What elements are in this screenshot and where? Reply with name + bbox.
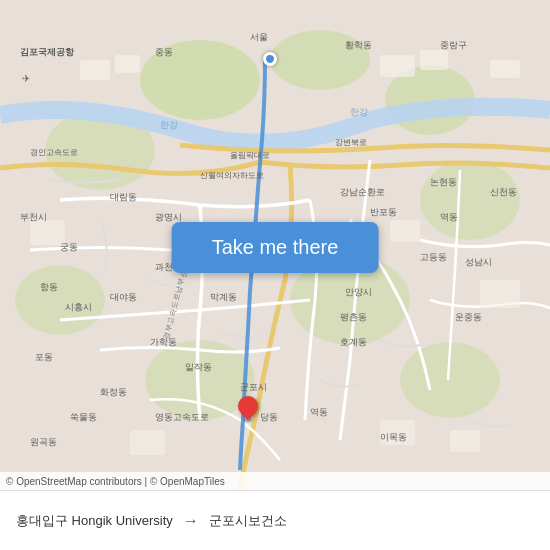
svg-text:시흥시: 시흥시 (65, 302, 92, 312)
route-to: 군포시보건소 (209, 512, 287, 530)
svg-text:화정동: 화정동 (100, 387, 127, 397)
svg-text:평촌동: 평촌동 (340, 312, 367, 322)
map-container[interactable]: 한강 한강 (0, 0, 550, 490)
svg-text:군포시: 군포시 (240, 382, 267, 392)
svg-rect-19 (480, 280, 520, 308)
svg-text:궁동: 궁동 (60, 242, 78, 252)
svg-text:김포국제공항: 김포국제공항 (20, 47, 75, 57)
svg-rect-15 (420, 50, 448, 70)
svg-text:중랑구: 중랑구 (440, 40, 467, 50)
svg-text:대림동: 대림동 (110, 192, 137, 202)
svg-rect-16 (490, 60, 520, 78)
copyright-text: © OpenStreetMap contributors | © OpenMap… (6, 476, 225, 487)
svg-text:부천시: 부천시 (20, 212, 47, 222)
copyright-bar: © OpenStreetMap contributors | © OpenMap… (0, 472, 550, 490)
route-from: 홍대입구 Hongik University (16, 512, 173, 530)
svg-text:안양시: 안양시 (345, 287, 372, 297)
svg-text:한강: 한강 (160, 120, 178, 130)
svg-text:원곡동: 원곡동 (30, 437, 57, 447)
svg-text:대야동: 대야동 (110, 292, 137, 302)
origin-marker (263, 52, 277, 66)
svg-text:영동고속도로: 영동고속도로 (155, 412, 209, 422)
svg-text:황학동: 황학동 (345, 40, 372, 50)
svg-text:강남순환로: 강남순환로 (340, 187, 385, 197)
svg-rect-18 (390, 220, 420, 242)
svg-text:성남시: 성남시 (465, 257, 492, 267)
svg-rect-22 (130, 430, 165, 455)
svg-rect-14 (380, 55, 415, 77)
svg-text:서울: 서울 (250, 32, 268, 42)
svg-rect-13 (115, 55, 140, 73)
svg-text:운중동: 운중동 (455, 312, 482, 322)
svg-text:강변북로: 강변북로 (335, 138, 367, 147)
svg-text:포동: 포동 (35, 352, 53, 362)
svg-text:신천동: 신천동 (490, 187, 517, 197)
svg-text:고등동: 고등동 (420, 252, 447, 262)
svg-text:당동: 당동 (260, 412, 278, 422)
svg-text:신월여의자하도로: 신월여의자하도로 (200, 171, 264, 180)
svg-text:✈: ✈ (22, 73, 30, 84)
svg-rect-12 (80, 60, 110, 80)
svg-text:항동: 항동 (40, 282, 58, 292)
svg-text:반포동: 반포동 (370, 207, 397, 217)
svg-text:역동: 역동 (310, 407, 328, 417)
route-arrow: → (183, 512, 199, 530)
bottom-bar: 홍대입구 Hongik University → 군포시보건소 (0, 490, 550, 550)
svg-point-5 (420, 160, 520, 240)
svg-text:경인고속도로: 경인고속도로 (30, 148, 78, 157)
svg-text:막계동: 막계동 (210, 292, 237, 302)
svg-text:이목동: 이목동 (380, 432, 407, 442)
svg-text:호계동: 호계동 (340, 337, 367, 347)
take-me-there-button[interactable]: Take me there (172, 222, 379, 273)
svg-text:역동: 역동 (440, 212, 458, 222)
svg-text:쑥물동: 쑥물동 (70, 412, 97, 422)
svg-point-6 (15, 265, 105, 335)
svg-point-2 (270, 30, 370, 90)
svg-text:일작동: 일작동 (185, 362, 212, 372)
svg-text:중동: 중동 (155, 47, 173, 57)
svg-text:논현동: 논현동 (430, 177, 457, 187)
destination-marker (238, 396, 258, 422)
svg-text:올림픽대로: 올림픽대로 (230, 151, 270, 160)
svg-text:한강: 한강 (350, 107, 368, 117)
svg-rect-21 (450, 430, 480, 452)
svg-text:광명시: 광명시 (155, 212, 182, 222)
